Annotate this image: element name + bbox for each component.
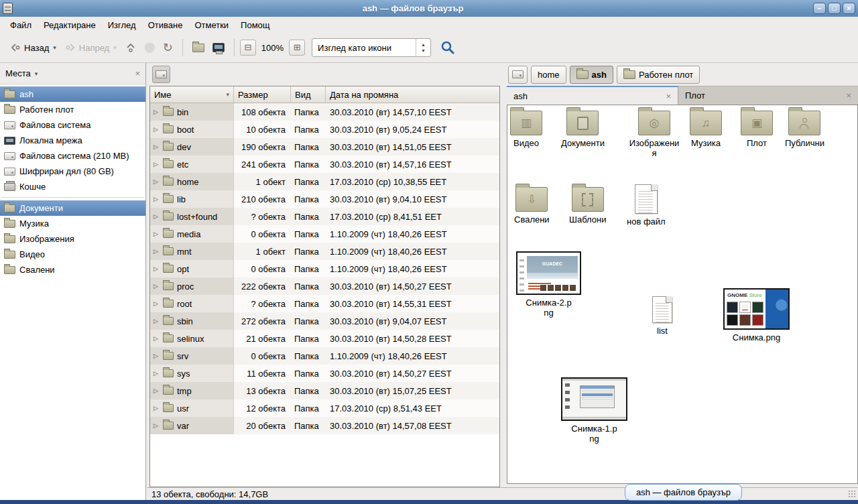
sidebar-place-item[interactable]: Файлова система	[0, 117, 145, 133]
sidebar-place-item[interactable]: Кошче	[0, 179, 145, 194]
folder-desktop[interactable]: Плот	[741, 111, 773, 148]
column-header-name[interactable]: Име	[150, 86, 234, 103]
path-ash-button[interactable]: ash	[570, 66, 613, 84]
sidebar-close-icon[interactable]	[135, 68, 140, 78]
filesystem-root-button[interactable]	[152, 66, 170, 83]
up-button[interactable]	[121, 39, 141, 56]
sidebar-place-item[interactable]: Локална мрежа	[0, 133, 145, 148]
computer-button[interactable]	[208, 40, 229, 55]
table-row[interactable]: sbin 272 обекта Папка 30.03.2010 (вт) 9,…	[150, 312, 499, 330]
tab-plot[interactable]: Плот	[678, 86, 858, 105]
file-snimka-2[interactable]: GUADEC Снимка-2.png	[516, 251, 581, 318]
back-dropdown-icon[interactable]	[53, 44, 56, 51]
folder-video[interactable]: Видео	[510, 111, 542, 148]
forward-button[interactable]: Напред	[60, 40, 121, 56]
expander-icon[interactable]	[154, 265, 160, 272]
reload-button[interactable]	[159, 38, 177, 58]
path-root-button[interactable]	[508, 66, 528, 84]
maximize-button[interactable]	[828, 3, 841, 14]
home-button[interactable]	[188, 41, 208, 55]
back-button[interactable]: Назад	[5, 40, 60, 56]
folder-downloads[interactable]: Свалени	[514, 187, 550, 225]
expander-icon[interactable]	[154, 109, 160, 115]
tab-close-icon[interactable]	[666, 91, 671, 101]
spinner-arrows-icon[interactable]	[416, 39, 430, 56]
menu-help[interactable]: Помощ	[235, 18, 275, 32]
view-mode-select[interactable]: Изглед като икони	[312, 38, 431, 57]
expander-icon[interactable]	[154, 143, 160, 150]
table-row[interactable]: usr 12 обекта Папка 17.03.2010 (ср) 8,51…	[150, 399, 499, 417]
table-row[interactable]: root ? обекта Папка 30.03.2010 (вт) 14,5…	[150, 295, 499, 312]
expander-icon[interactable]	[154, 318, 160, 324]
table-row[interactable]: var 20 обекта Папка 30.03.2010 (вт) 14,5…	[150, 417, 499, 434]
expander-icon[interactable]	[154, 178, 160, 185]
zoom-in-button[interactable]	[289, 40, 305, 56]
zoom-out-button[interactable]	[240, 40, 256, 56]
expander-icon[interactable]	[154, 283, 160, 290]
folder-public[interactable]: Публични	[785, 111, 824, 148]
sidebar-place-item[interactable]: Видео	[0, 247, 145, 262]
stop-button[interactable]	[141, 40, 159, 56]
table-row[interactable]: boot 10 обекта Папка 30.03.2010 (вт) 9,0…	[150, 121, 499, 138]
table-row[interactable]: sys 11 обекта Папка 30.03.2010 (вт) 14,5…	[150, 365, 499, 382]
table-row[interactable]: tmp 13 обекта Папка 30.03.2010 (вт) 15,0…	[150, 382, 499, 399]
sidebar-place-item[interactable]: Музика	[0, 216, 145, 231]
column-header-size[interactable]: Размер	[234, 86, 291, 103]
table-row[interactable]: proc 222 обекта Папка 30.03.2010 (вт) 14…	[150, 277, 499, 295]
path-desktop-button[interactable]: Работен плот	[617, 66, 700, 84]
menu-view[interactable]: Изглед	[102, 18, 142, 32]
expander-icon[interactable]	[154, 422, 160, 429]
table-row[interactable]: etc 241 обекта Папка 30.03.2010 (вт) 14,…	[150, 155, 499, 173]
table-row[interactable]: dev 190 обекта Папка 30.03.2010 (вт) 14,…	[150, 138, 499, 155]
expander-icon[interactable]	[154, 335, 160, 342]
file-list-document[interactable]: list	[652, 296, 672, 336]
file-new-file[interactable]: нов файл	[627, 184, 666, 227]
folder-documents[interactable]: Документи	[561, 111, 605, 148]
pane-divider[interactable]	[501, 63, 507, 487]
table-row[interactable]: selinux 21 обекта Папка 30.03.2010 (вт) …	[150, 330, 499, 347]
table-row[interactable]: lost+found ? обекта Папка 17.03.2010 (ср…	[150, 208, 499, 225]
sidebar-mode-select[interactable]: Места	[5, 68, 38, 78]
menu-file[interactable]: Файл	[4, 18, 38, 32]
table-row[interactable]: media 0 обекта Папка 1.10.2009 (чт) 18,4…	[150, 225, 499, 243]
sidebar-place-item[interactable]: Работен плот	[0, 102, 145, 117]
table-row[interactable]: mnt 1 обект Папка 1.10.2009 (чт) 18,40,2…	[150, 243, 499, 260]
table-row[interactable]: home 1 обект Папка 17.03.2010 (ср) 10,38…	[150, 173, 499, 190]
expander-icon[interactable]	[154, 353, 160, 359]
file-snimka[interactable]: GNOME Store Снимка.png	[723, 288, 790, 342]
sidebar-place-item[interactable]: Документи	[0, 200, 145, 216]
table-row[interactable]: srv 0 обекта Папка 1.10.2009 (чт) 18,40,…	[150, 347, 499, 365]
sidebar-place-item[interactable]: Свалени	[0, 262, 145, 277]
expander-icon[interactable]	[154, 126, 160, 133]
expander-icon[interactable]	[154, 213, 160, 220]
expander-icon[interactable]	[154, 387, 160, 394]
table-row[interactable]: opt 0 обекта Папка 1.10.2009 (чт) 18,40,…	[150, 260, 499, 277]
close-button[interactable]	[843, 3, 855, 14]
expander-icon[interactable]	[154, 231, 160, 237]
expander-icon[interactable]	[154, 300, 160, 307]
expander-icon[interactable]	[154, 161, 160, 168]
sidebar-place-item[interactable]: ash	[0, 86, 145, 102]
path-home-button[interactable]: home	[531, 66, 566, 84]
file-snimka-1[interactable]: Снимка-1.png	[561, 377, 627, 444]
tab-ash[interactable]: ash	[507, 86, 678, 105]
column-header-type[interactable]: Вид	[291, 86, 326, 103]
sidebar-place-item[interactable]: Изображения	[0, 231, 145, 247]
folder-music[interactable]: Музика	[690, 111, 722, 148]
sidebar-place-item[interactable]: Файлова система (210 MB)	[0, 148, 145, 164]
titlebar[interactable]: ash — файлов браузър	[0, 0, 858, 17]
minimize-button[interactable]	[813, 3, 826, 14]
column-header-date[interactable]: Дата на промяна	[326, 86, 499, 103]
expander-icon[interactable]	[154, 370, 160, 377]
folder-images[interactable]: Изображения	[628, 111, 680, 158]
expander-icon[interactable]	[154, 405, 160, 412]
tab-close-icon[interactable]	[846, 90, 851, 101]
expander-icon[interactable]	[154, 248, 160, 255]
table-row[interactable]: bin 108 обекта Папка 30.03.2010 (вт) 14,…	[150, 103, 499, 121]
taskbar-window-button[interactable]: ash — файлов браузър	[625, 484, 742, 501]
menu-edit[interactable]: Редактиране	[38, 18, 102, 32]
search-button[interactable]	[436, 38, 459, 58]
menu-go[interactable]: Отиване	[142, 18, 189, 32]
menu-bookmarks[interactable]: Отметки	[188, 18, 235, 32]
folder-templates[interactable]: Шаблони	[569, 187, 606, 225]
